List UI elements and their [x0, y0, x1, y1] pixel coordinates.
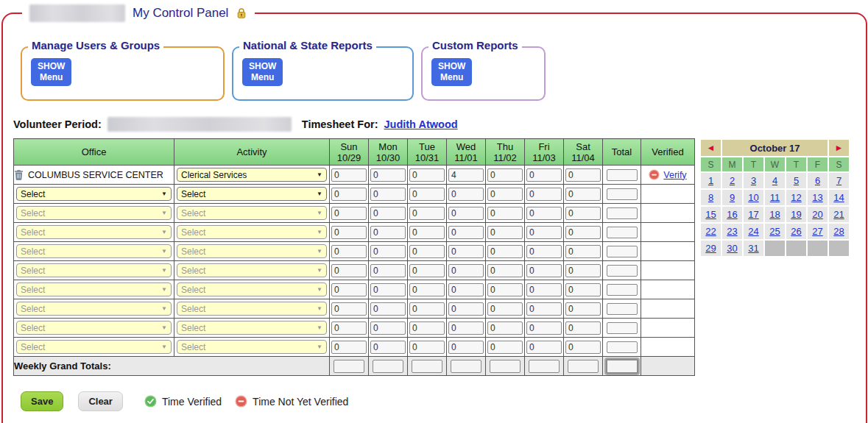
hours-input[interactable]: [331, 245, 367, 258]
calendar-day-link[interactable]: 13: [812, 192, 822, 203]
clear-button[interactable]: Clear: [78, 391, 123, 411]
hours-input[interactable]: [370, 207, 406, 220]
hours-input[interactable]: [370, 264, 406, 277]
hours-input[interactable]: [487, 245, 523, 258]
hours-input[interactable]: [487, 226, 523, 239]
hours-input[interactable]: [448, 207, 484, 220]
hours-input[interactable]: [526, 302, 562, 316]
hours-input[interactable]: [565, 207, 601, 220]
hours-input[interactable]: [487, 207, 523, 220]
hours-input[interactable]: [565, 264, 601, 277]
hours-input[interactable]: [409, 321, 445, 335]
show-menu-button-national-state[interactable]: SHOWMenu: [242, 58, 283, 86]
hours-input[interactable]: [409, 283, 445, 296]
calendar-day-link[interactable]: 1: [708, 175, 713, 186]
hours-input[interactable]: [565, 341, 601, 354]
hours-input[interactable]: [370, 245, 406, 258]
hours-input[interactable]: [331, 341, 367, 354]
hours-input[interactable]: [409, 188, 445, 201]
hours-input[interactable]: [409, 168, 445, 182]
hours-input[interactable]: [370, 283, 406, 296]
calendar-day-link[interactable]: 21: [833, 209, 844, 220]
calendar-day-link[interactable]: 17: [748, 209, 758, 220]
hours-input[interactable]: [409, 245, 445, 258]
calendar-day-link[interactable]: 14: [833, 192, 844, 203]
hours-input[interactable]: [565, 283, 601, 296]
calendar-day-link[interactable]: 16: [727, 209, 737, 220]
hours-input[interactable]: [487, 264, 523, 277]
calendar-day-link[interactable]: 30: [727, 243, 737, 254]
hours-input[interactable]: [526, 226, 562, 239]
hours-input[interactable]: [331, 283, 367, 296]
calendar-day-link[interactable]: 27: [812, 226, 822, 237]
hours-input[interactable]: [565, 226, 601, 239]
show-menu-button-manage-users[interactable]: SHOWMenu: [31, 58, 71, 86]
hours-input[interactable]: [448, 341, 484, 354]
hours-input[interactable]: [448, 245, 484, 258]
calendar-day-link[interactable]: 10: [748, 192, 758, 203]
hours-input[interactable]: [448, 226, 484, 239]
hours-input[interactable]: [448, 321, 484, 335]
hours-input[interactable]: [526, 168, 562, 182]
calendar-day-link[interactable]: 20: [812, 209, 822, 220]
hours-input[interactable]: [409, 226, 445, 239]
calendar-day-link[interactable]: 3: [751, 175, 756, 186]
calendar-next-icon[interactable]: ►: [829, 140, 849, 156]
hours-input[interactable]: [331, 302, 367, 316]
hours-input[interactable]: [487, 188, 523, 201]
hours-input[interactable]: [565, 302, 601, 316]
show-menu-button-custom-reports[interactable]: SHOWMenu: [431, 58, 472, 86]
hours-input[interactable]: [565, 188, 601, 201]
calendar-day-link[interactable]: 26: [791, 226, 801, 237]
hours-input[interactable]: [448, 283, 484, 296]
hours-input[interactable]: [331, 188, 367, 201]
calendar-day-link[interactable]: 9: [730, 192, 735, 203]
hours-input[interactable]: [487, 341, 523, 354]
calendar-day-link[interactable]: 5: [794, 175, 799, 186]
verify-link[interactable]: Verify: [663, 170, 686, 180]
office-select[interactable]: Select▼: [16, 187, 172, 201]
hours-input[interactable]: [409, 341, 445, 354]
hours-input[interactable]: [487, 283, 523, 296]
calendar-day-link[interactable]: 12: [791, 192, 801, 203]
hours-input[interactable]: [331, 226, 367, 239]
calendar-day-link[interactable]: 6: [815, 175, 820, 186]
calendar-day-link[interactable]: 2: [730, 175, 735, 186]
hours-input[interactable]: [331, 207, 367, 220]
calendar-day-link[interactable]: 8: [708, 192, 713, 203]
hours-input[interactable]: [370, 168, 406, 182]
hours-input[interactable]: [331, 264, 367, 277]
calendar-day-link[interactable]: 19: [791, 209, 801, 220]
hours-input[interactable]: [526, 188, 562, 201]
hours-input[interactable]: [526, 321, 562, 335]
calendar-day-link[interactable]: 4: [772, 175, 777, 186]
hours-input[interactable]: [331, 168, 367, 182]
hours-input[interactable]: [565, 245, 601, 258]
hours-input[interactable]: [370, 321, 406, 335]
activity-select[interactable]: Clerical Services▼: [177, 168, 327, 182]
hours-input[interactable]: [409, 207, 445, 220]
hours-input[interactable]: [526, 245, 562, 258]
calendar-day-link[interactable]: 22: [705, 226, 716, 237]
hours-input[interactable]: [370, 226, 406, 239]
hours-input[interactable]: [409, 264, 445, 277]
hours-input[interactable]: [370, 302, 406, 316]
hours-input[interactable]: [448, 168, 484, 182]
hours-input[interactable]: [409, 302, 445, 316]
hours-input[interactable]: [565, 321, 601, 335]
hours-input[interactable]: [526, 207, 562, 220]
save-button[interactable]: Save: [21, 391, 63, 411]
hours-input[interactable]: [565, 168, 601, 182]
hours-input[interactable]: [526, 341, 562, 354]
calendar-day-link[interactable]: 11: [770, 192, 780, 203]
hours-input[interactable]: [487, 168, 523, 182]
hours-input[interactable]: [487, 302, 523, 316]
calendar-day-link[interactable]: 18: [769, 209, 780, 220]
calendar-day-link[interactable]: 31: [748, 243, 758, 254]
hours-input[interactable]: [526, 283, 562, 296]
hours-input[interactable]: [331, 321, 367, 335]
hours-input[interactable]: [448, 302, 484, 316]
calendar-day-link[interactable]: 24: [748, 226, 758, 237]
calendar-day-link[interactable]: 23: [727, 226, 737, 237]
trash-icon[interactable]: [14, 169, 24, 180]
